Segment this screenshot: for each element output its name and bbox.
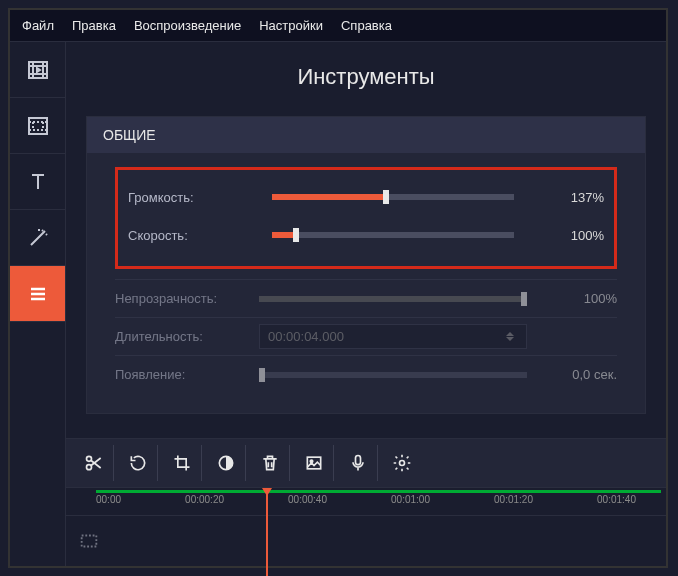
- image-button[interactable]: [294, 445, 334, 481]
- mic-icon: [348, 453, 368, 473]
- appear-thumb[interactable]: [259, 368, 265, 382]
- duration-input[interactable]: 00:00:04.000: [259, 324, 527, 349]
- tick-label: 00:01:20: [494, 494, 533, 505]
- panel-title: Инструменты: [66, 42, 666, 98]
- color-button[interactable]: [206, 445, 246, 481]
- sidebar-more-button[interactable]: [10, 266, 65, 322]
- rotate-button[interactable]: [118, 445, 158, 481]
- cut-button[interactable]: [74, 445, 114, 481]
- menu-playback[interactable]: Воспроизведение: [134, 18, 241, 33]
- svg-point-2: [86, 456, 91, 461]
- image-icon: [304, 453, 324, 473]
- tick-label: 00:00:40: [288, 494, 327, 505]
- volume-value: 137%: [528, 190, 604, 205]
- sidebar-text-button[interactable]: [10, 154, 65, 210]
- sidebar-effects-button[interactable]: [10, 210, 65, 266]
- volume-slider[interactable]: [272, 194, 514, 200]
- tick-label: 00:00: [96, 494, 121, 505]
- track-icon: [78, 530, 100, 552]
- svg-rect-7: [355, 456, 360, 465]
- mic-button[interactable]: [338, 445, 378, 481]
- appear-label: Появление:: [115, 367, 245, 382]
- volume-label: Громкость:: [128, 190, 258, 205]
- appear-slider[interactable]: [259, 372, 527, 378]
- duration-spinner[interactable]: [506, 332, 518, 341]
- duration-row: Длительность: 00:00:04.000: [115, 317, 617, 355]
- opacity-thumb[interactable]: [521, 292, 527, 306]
- appear-value: 0,0 сек.: [541, 367, 617, 382]
- general-panel: ОБЩИЕ Громкость: 137% Скорость:: [86, 116, 646, 414]
- opacity-row: Непрозрачность: 100%: [115, 279, 617, 317]
- duration-label: Длительность:: [115, 329, 245, 344]
- sidebar: [10, 42, 66, 566]
- opacity-label: Непрозрачность:: [115, 291, 245, 306]
- speed-thumb[interactable]: [293, 228, 299, 242]
- menu-file[interactable]: Файл: [22, 18, 54, 33]
- highlight-box: Громкость: 137% Скорость:: [115, 167, 617, 269]
- opacity-fill: [259, 296, 527, 302]
- content-area: Инструменты ОБЩИЕ Громкость: 137%: [10, 42, 666, 566]
- opacity-slider[interactable]: [259, 296, 527, 302]
- menu-lines-icon: [26, 282, 50, 306]
- speed-value: 100%: [528, 228, 604, 243]
- timeline-track[interactable]: [66, 516, 666, 566]
- appear-row: Появление: 0,0 сек.: [115, 355, 617, 393]
- crop-icon: [172, 453, 192, 473]
- crop-button[interactable]: [162, 445, 202, 481]
- app-window: Файл Правка Воспроизведение Настройки Сп…: [8, 8, 668, 568]
- opacity-value: 100%: [541, 291, 617, 306]
- svg-point-8: [400, 461, 405, 466]
- delete-button[interactable]: [250, 445, 290, 481]
- svg-rect-9: [82, 536, 97, 547]
- svg-rect-1: [29, 118, 47, 134]
- rotate-icon: [128, 453, 148, 473]
- speed-row: Скорость: 100%: [128, 216, 604, 254]
- panel-heading: ОБЩИЕ: [87, 117, 645, 153]
- menu-edit[interactable]: Правка: [72, 18, 116, 33]
- gear-icon: [392, 453, 412, 473]
- svg-point-3: [86, 465, 91, 470]
- sidebar-media-button[interactable]: [10, 42, 65, 98]
- transition-icon: [26, 114, 50, 138]
- tick-label: 00:01:40: [597, 494, 636, 505]
- volume-thumb[interactable]: [383, 190, 389, 204]
- wand-icon: [26, 226, 50, 250]
- text-icon: [26, 170, 50, 194]
- playhead[interactable]: [266, 488, 268, 576]
- duration-text: 00:00:04.000: [268, 329, 344, 344]
- tick-label: 00:01:00: [391, 494, 430, 505]
- tick-label: 00:00:20: [185, 494, 224, 505]
- volume-row: Громкость: 137%: [128, 178, 604, 216]
- sidebar-transitions-button[interactable]: [10, 98, 65, 154]
- settings-button[interactable]: [382, 445, 422, 481]
- speed-label: Скорость:: [128, 228, 258, 243]
- volume-fill: [272, 194, 386, 200]
- timeline[interactable]: 00:00 00:00:20 00:00:40 00:01:00 00:01:2…: [66, 488, 666, 566]
- menu-settings[interactable]: Настройки: [259, 18, 323, 33]
- film-icon: [26, 58, 50, 82]
- trash-icon: [260, 453, 280, 473]
- main-panel: Инструменты ОБЩИЕ Громкость: 137%: [66, 42, 666, 566]
- timeline-ruler[interactable]: 00:00 00:00:20 00:00:40 00:01:00 00:01:2…: [66, 488, 666, 516]
- contrast-icon: [216, 453, 236, 473]
- menu-bar: Файл Правка Воспроизведение Настройки Сп…: [10, 10, 666, 42]
- menu-help[interactable]: Справка: [341, 18, 392, 33]
- speed-slider[interactable]: [272, 232, 514, 238]
- scissors-icon: [84, 453, 104, 473]
- timeline-range: [96, 490, 661, 493]
- clip-toolbar: [66, 438, 666, 488]
